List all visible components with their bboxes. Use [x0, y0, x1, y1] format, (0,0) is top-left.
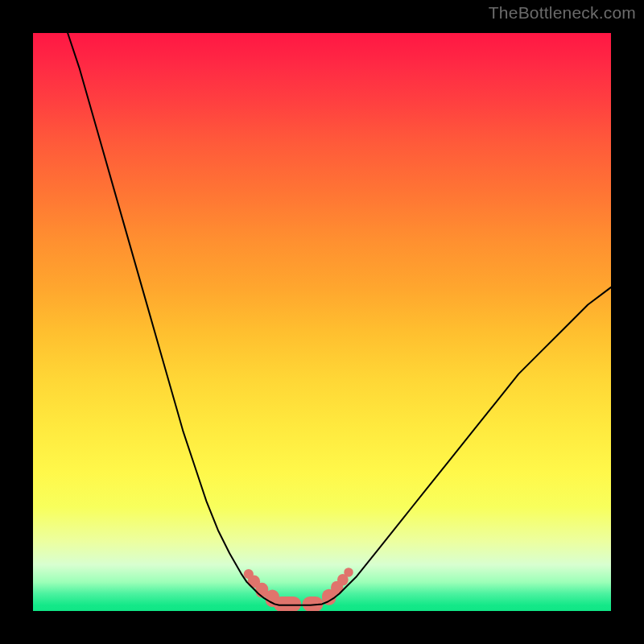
range-dot: [344, 568, 353, 576]
bottleneck-curve-path: [68, 33, 611, 605]
outer-frame: TheBottleneck.com: [0, 0, 644, 644]
range-dot: [274, 597, 301, 611]
plot-area: [33, 33, 611, 611]
watermark-text: TheBottleneck.com: [489, 3, 636, 23]
chart-svg: [33, 33, 611, 611]
